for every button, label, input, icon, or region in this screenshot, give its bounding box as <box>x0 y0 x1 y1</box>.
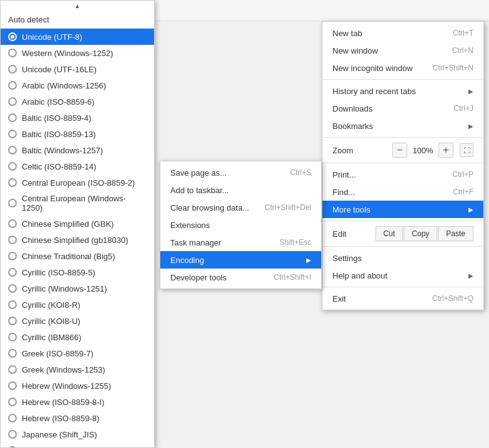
encoding-item-label: Cyrillic (IBM866) <box>22 333 81 342</box>
encoding-radio <box>8 300 17 309</box>
settings-label: Settings <box>332 254 362 263</box>
encoding-item-label: Western (Windows-1252) <box>22 49 113 58</box>
encoding-item[interactable]: Japanese (Shift_JIS) <box>1 426 154 442</box>
downloads-shortcut: Ctrl+J <box>453 104 473 113</box>
copy-button[interactable]: Copy <box>404 226 437 241</box>
encoding-item[interactable]: Western (Windows-1252) <box>1 45 154 61</box>
zoom-plus-button[interactable]: + <box>438 143 453 158</box>
encoding-item[interactable]: Hebrew (ISO-8859-8) <box>1 410 154 426</box>
encoding-radio <box>8 333 17 341</box>
encoding-item[interactable]: Greek (Windows-1253) <box>1 361 154 378</box>
encoding-item[interactable]: Central European (ISO-8859-2) <box>1 174 154 191</box>
menu-item-label: New tab <box>332 29 362 38</box>
encoding-item[interactable]: Cyrillic (IBM866) <box>1 329 154 345</box>
more-tools-item-label: Add to taskbar... <box>170 186 229 195</box>
encoding-item[interactable]: Chinese Simplified (GBK) <box>1 216 154 232</box>
chrome-context-menu: New tabCtrl+TNew windowCtrl+NNew incogni… <box>322 21 484 310</box>
new-tab-menu-item[interactable]: New tabCtrl+T <box>322 24 483 42</box>
encoding-item[interactable]: Cyrillic (KOI8-R) <box>1 297 154 313</box>
bookmarks-arrow: ▶ <box>468 123 473 130</box>
settings-menu-item[interactable]: Settings <box>322 249 483 267</box>
menu-item-label: New window <box>332 46 378 55</box>
print-menu-item[interactable]: Print... Ctrl+P <box>322 166 483 183</box>
more-tools-item-label: Task manager <box>170 238 221 247</box>
encoding-item[interactable]: Cyrillic (KOI8-U) <box>1 313 154 329</box>
encoding-item-label: Baltic (ISO-8859-4) <box>22 113 91 123</box>
help-menu-item[interactable]: Help and about ▶ <box>322 267 483 284</box>
paste-button[interactable]: Paste <box>438 226 473 241</box>
exit-menu-item[interactable]: Exit Ctrl+Shift+Q <box>322 290 483 307</box>
more-tools-item[interactable]: Clear browsing data...Ctrl+Shift+Del <box>160 199 321 216</box>
bookmarks-label: Bookmarks <box>332 122 373 131</box>
more-tools-item[interactable]: Save page as...Ctrl+S <box>160 164 321 181</box>
menu-divider-2 <box>322 137 483 138</box>
encoding-item-label: Chinese Traditional (Big5) <box>22 252 115 261</box>
encoding-item[interactable]: Unicode (UTF-16LE) <box>1 61 154 77</box>
encoding-radio <box>8 113 17 122</box>
downloads-menu-item[interactable]: Downloads Ctrl+J <box>322 100 483 117</box>
find-menu-item[interactable]: Find... Ctrl+F <box>322 183 483 201</box>
encoding-item[interactable]: Baltic (Windows-1257) <box>1 142 154 158</box>
help-label: Help and about <box>332 271 387 280</box>
encoding-item[interactable]: Arabic (Windows-1256) <box>1 77 154 93</box>
encoding-auto-detect[interactable]: Auto detect <box>1 11 154 29</box>
zoom-label: Zoom <box>332 146 392 155</box>
zoom-minus-button[interactable]: − <box>392 143 407 158</box>
new-tab-menu-item[interactable]: New windowCtrl+N <box>322 42 483 59</box>
encoding-item[interactable]: Arabic (ISO-8859-6) <box>1 93 154 110</box>
print-label: Print... <box>332 170 356 179</box>
more-tools-item[interactable]: Task managerShift+Esc <box>160 234 321 251</box>
encoding-item-label: Japanese (Shift_JIS) <box>22 430 97 439</box>
exit-label: Exit <box>332 294 346 303</box>
encoding-item[interactable]: Baltic (ISO-8859-4) <box>1 110 154 126</box>
encoding-item[interactable]: Unicode (UTF-8) <box>1 29 154 45</box>
encoding-item-label: Greek (Windows-1253) <box>22 365 105 374</box>
encoding-item-label: Unicode (UTF-16LE) <box>22 65 97 74</box>
encoding-item-label: Hebrew (ISO-8859-8) <box>22 414 99 423</box>
more-tools-label: More tools <box>332 205 370 214</box>
encoding-radio <box>8 365 17 374</box>
encoding-item-label: Celtic (ISO-8859-14) <box>22 162 96 171</box>
more-tools-item[interactable]: Add to taskbar... <box>160 181 321 199</box>
encoding-item-label: Arabic (ISO-8859-6) <box>22 97 94 107</box>
menu-divider-1 <box>322 79 483 80</box>
encoding-item[interactable]: Cyrillic (Windows-1251) <box>1 280 154 297</box>
new-tab-menu-item[interactable]: New incognito windowCtrl+Shift+N <box>322 59 483 77</box>
edit-row: Edit Cut Copy Paste <box>322 224 483 244</box>
encoding-item-label: Hebrew (ISO-8859-8-I) <box>22 398 104 407</box>
fullscreen-button[interactable]: ⛶ <box>460 143 473 157</box>
encoding-item[interactable]: Hebrew (ISO-8859-8-I) <box>1 394 154 410</box>
encoding-item[interactable]: Hebrew (Windows-1255) <box>1 378 154 394</box>
encoding-item[interactable]: Japanese (EUC-JP) <box>1 442 154 448</box>
encoding-item-label: Cyrillic (KOI8-R) <box>22 300 80 310</box>
encoding-item-label: Cyrillic (KOI8-U) <box>22 317 80 326</box>
encoding-item[interactable]: Cyrillic (ISO-8859-5) <box>1 264 154 280</box>
more-tools-item[interactable]: Extensions <box>160 216 321 234</box>
encoding-item[interactable]: Baltic (ISO-8859-13) <box>1 126 154 142</box>
more-tools-item[interactable]: Developer toolsCtrl+Shift+I <box>160 269 321 286</box>
bookmarks-menu-item[interactable]: Bookmarks ▶ <box>322 117 483 135</box>
history-menu-item[interactable]: History and recent tabs ▶ <box>322 82 483 100</box>
encoding-radio <box>8 49 17 57</box>
encoding-item[interactable]: Chinese Traditional (Big5) <box>1 248 154 264</box>
encoding-item[interactable]: Central European (Windows-1250) <box>1 191 154 216</box>
encoding-radio <box>8 284 17 293</box>
encoding-item[interactable]: Chinese Simplified (gb18030) <box>1 232 154 248</box>
encoding-radio <box>8 97 17 106</box>
find-label: Find... <box>332 188 355 197</box>
encoding-item[interactable]: Celtic (ISO-8859-14) <box>1 158 154 174</box>
cut-button[interactable]: Cut <box>375 226 404 241</box>
scroll-up-arrow[interactable]: ▲ <box>1 1 154 11</box>
edit-label: Edit <box>332 229 375 239</box>
encoding-item[interactable]: Greek (ISO-8859-7) <box>1 345 154 361</box>
encoding-item-label: Unicode (UTF-8) <box>22 32 82 42</box>
more-tools-item-label: Encoding <box>170 255 204 265</box>
menu-divider-4 <box>322 221 483 221</box>
encoding-radio <box>8 381 17 390</box>
history-label: History and recent tabs <box>332 87 416 96</box>
encoding-radio <box>8 178 17 187</box>
encoding-radio <box>8 252 17 260</box>
more-tools-item[interactable]: Encoding▶ <box>160 251 321 269</box>
more-tools-menu-item[interactable]: More tools ▶ <box>322 201 483 218</box>
encoding-radio <box>8 199 17 207</box>
